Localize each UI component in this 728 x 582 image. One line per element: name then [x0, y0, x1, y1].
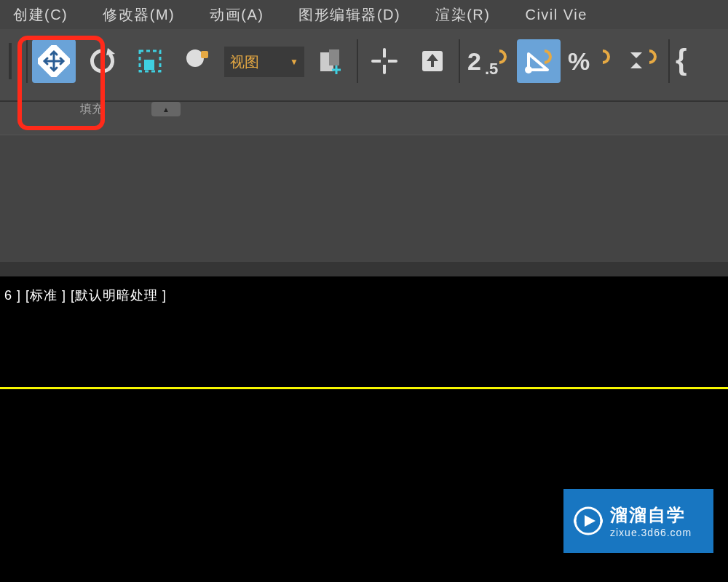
scale-button[interactable]	[128, 39, 172, 83]
coord-system-label: 视图	[230, 52, 285, 72]
svg-rect-10	[329, 49, 339, 65]
svg-marker-4	[106, 48, 115, 55]
menu-rendering[interactable]: 渲染(R)	[435, 5, 490, 25]
scale-icon	[134, 45, 166, 77]
pivot-center-icon	[314, 45, 347, 77]
toolbar-separator	[459, 39, 460, 83]
crosshair-icon	[368, 45, 400, 77]
viewport-horizon-line	[0, 387, 728, 389]
percent-snap-icon: %	[568, 45, 613, 77]
secondary-dropdown[interactable]: ▲	[151, 102, 181, 116]
toolbar-separator	[357, 39, 358, 83]
spinner-snap-button[interactable]	[620, 39, 664, 83]
snap-2-5-icon: 2 .5	[467, 45, 510, 77]
menu-modifiers[interactable]: 修改器(M)	[103, 5, 175, 25]
svg-text:{: {	[676, 45, 687, 76]
svg-rect-8	[201, 51, 208, 58]
svg-rect-6	[144, 60, 154, 70]
watermark: 溜溜自学 zixue.3d66.com	[563, 489, 713, 553]
svg-marker-23	[630, 63, 642, 68]
svg-point-20	[525, 66, 532, 73]
svg-rect-0	[9, 43, 12, 79]
toolbar-edge-left	[4, 39, 22, 83]
svg-marker-22	[630, 52, 642, 58]
toolbar-secondary-row: 填充 ▲	[0, 102, 728, 135]
main-toolbar: 视图 ▼	[0, 29, 728, 102]
angle-snap-icon	[523, 45, 555, 77]
selection-center-button[interactable]	[363, 39, 406, 83]
menu-create[interactable]: 创建(C)	[13, 5, 68, 25]
arrow-up-box-icon	[416, 45, 448, 77]
svg-marker-26	[585, 515, 596, 527]
angle-snap-button[interactable]	[517, 39, 561, 83]
toolbar-separator	[26, 39, 28, 83]
watermark-title: 溜溜自学	[610, 503, 692, 527]
viewport-label: 6 ] [标准 ] [默认明暗处理 ]	[0, 276, 728, 304]
watermark-url: zixue.3d66.com	[610, 527, 692, 538]
toolbar-separator	[668, 39, 670, 83]
spinner-snap-icon	[626, 45, 658, 77]
svg-text:2: 2	[467, 47, 481, 75]
viewport-divider	[0, 262, 728, 276]
placement-icon	[182, 45, 214, 77]
menu-graph-editors[interactable]: 图形编辑器(D)	[298, 5, 400, 25]
chevron-down-icon: ▼	[290, 57, 298, 67]
placement-button[interactable]	[176, 39, 220, 83]
svg-text:.5: .5	[485, 60, 498, 77]
workspace-area	[0, 135, 728, 262]
menu-civil-view[interactable]: Civil Vie	[525, 7, 587, 23]
svg-rect-15	[381, 57, 388, 65]
svg-text:%: %	[568, 47, 590, 75]
pivot-center-button[interactable]	[309, 39, 352, 83]
secondary-label: 填充	[80, 102, 103, 117]
rotate-button[interactable]	[80, 39, 124, 83]
percent-snap-button[interactable]: %	[565, 39, 616, 83]
coord-system-dropdown[interactable]: 视图 ▼	[224, 47, 304, 77]
align-button[interactable]	[411, 39, 454, 83]
snap-toggle-button[interactable]: 2 .5	[464, 39, 513, 83]
menubar: 创建(C) 修改器(M) 动画(A) 图形编辑器(D) 渲染(R) Civil …	[0, 0, 728, 29]
chevron-up-icon: ▲	[162, 105, 170, 113]
brace-icon: {	[676, 45, 695, 77]
rotate-icon	[86, 45, 118, 77]
menu-animation[interactable]: 动画(A)	[210, 5, 264, 25]
move-icon	[38, 45, 70, 77]
move-button[interactable]	[32, 39, 76, 83]
named-selection-button[interactable]: {	[674, 39, 696, 83]
watermark-play-icon	[574, 506, 603, 535]
